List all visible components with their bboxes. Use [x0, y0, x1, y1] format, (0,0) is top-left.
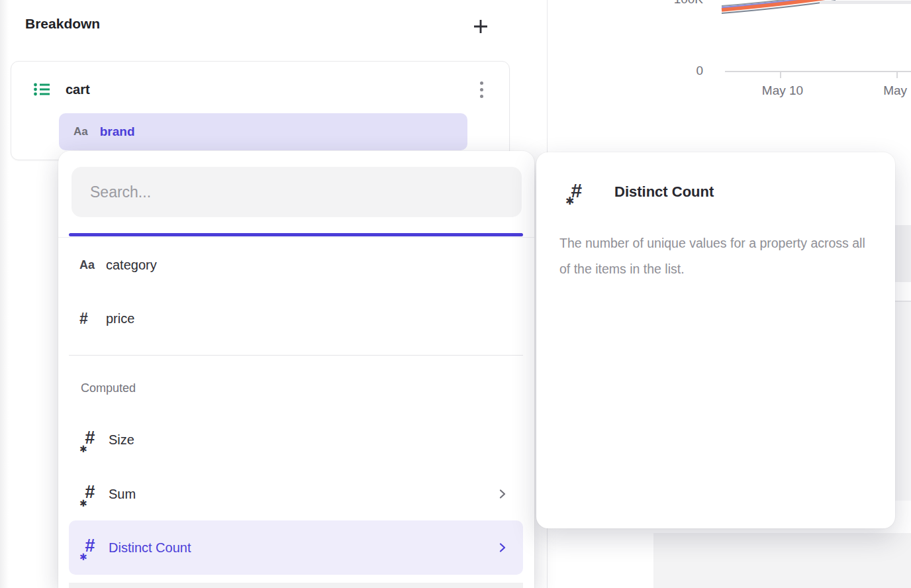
menu-item-label: price: [106, 311, 134, 326]
computed-number-icon: # ✱: [79, 428, 109, 452]
menu-item-label: category: [106, 258, 157, 273]
occluded-row-fragment: [895, 225, 911, 282]
selected-property-pill[interactable]: Aa brand: [59, 113, 467, 150]
info-card-header: # ✱ Distinct Count: [565, 179, 714, 205]
menu-item-label: Sum: [109, 487, 136, 502]
next-menu-row-edge: [69, 583, 523, 588]
property-info-card: # ✱ Distinct Count The number of unique …: [536, 152, 895, 528]
active-tab-indicator: [69, 233, 523, 236]
computed-section-header: Computed: [81, 381, 136, 395]
menu-item-label: Distinct Count: [109, 540, 191, 556]
x-axis-tick-mark: [896, 72, 898, 78]
x-axis-line: [725, 71, 911, 72]
string-type-icon: Aa: [79, 258, 106, 272]
property-dropdown-menu: Aa category # price Computed # ✱ Size # …: [58, 151, 534, 588]
x-axis-tick-mark: [780, 72, 781, 78]
info-card-title: Distinct Count: [614, 183, 714, 201]
plus-icon: [472, 18, 489, 35]
computed-number-icon: # ✱: [79, 536, 109, 560]
menu-item-label: Size: [109, 432, 134, 448]
selected-property-label: brand: [100, 124, 135, 139]
kebab-dot: [480, 95, 483, 98]
info-card-description: The number of unique values for a proper…: [559, 230, 872, 282]
breakdown-card-header: cart: [11, 75, 509, 104]
string-type-icon: Aa: [73, 125, 88, 138]
app-screen: 100K 0 May 10 May 1 Breakdown: [0, 0, 911, 588]
search-input[interactable]: [72, 167, 522, 217]
menu-item-distinct-count[interactable]: # ✱ Distinct Count: [69, 520, 523, 575]
chevron-right-icon: [497, 542, 508, 554]
add-breakdown-button[interactable]: [466, 12, 495, 41]
computed-number-icon: # ✱: [565, 179, 592, 205]
x-axis-tick-may1x: May 1: [864, 83, 911, 98]
tabs-bottom-border: [58, 237, 534, 238]
x-axis-tick-may10: May 10: [746, 83, 819, 98]
list-name-label: cart: [66, 82, 90, 97]
menu-item-price[interactable]: # price: [69, 301, 523, 336]
list-icon: [32, 80, 51, 99]
computed-number-icon: # ✱: [79, 482, 109, 506]
menu-item-category[interactable]: Aa category: [69, 248, 523, 282]
y-axis-tick-0: 0: [665, 64, 703, 78]
chevron-right-icon: [497, 488, 508, 500]
chart-series-lines: [715, 0, 911, 29]
occluded-panel-fragment: [895, 302, 911, 501]
kebab-dot: [480, 88, 483, 91]
menu-divider: [69, 355, 523, 356]
left-edge-shadow: [0, 0, 9, 588]
occluded-table-region: [653, 533, 911, 588]
y-axis-tick-100k: 100K: [665, 0, 703, 7]
card-options-kebab-button[interactable]: [471, 77, 492, 101]
kebab-dot: [480, 81, 483, 85]
menu-item-sum[interactable]: # ✱ Sum: [69, 477, 523, 511]
breakdown-section-title: Breakdown: [25, 16, 100, 32]
breakdown-card: cart Aa brand: [11, 61, 510, 160]
search-box: [72, 167, 522, 217]
number-type-icon: #: [79, 310, 106, 328]
menu-item-size[interactable]: # ✱ Size: [69, 422, 523, 457]
